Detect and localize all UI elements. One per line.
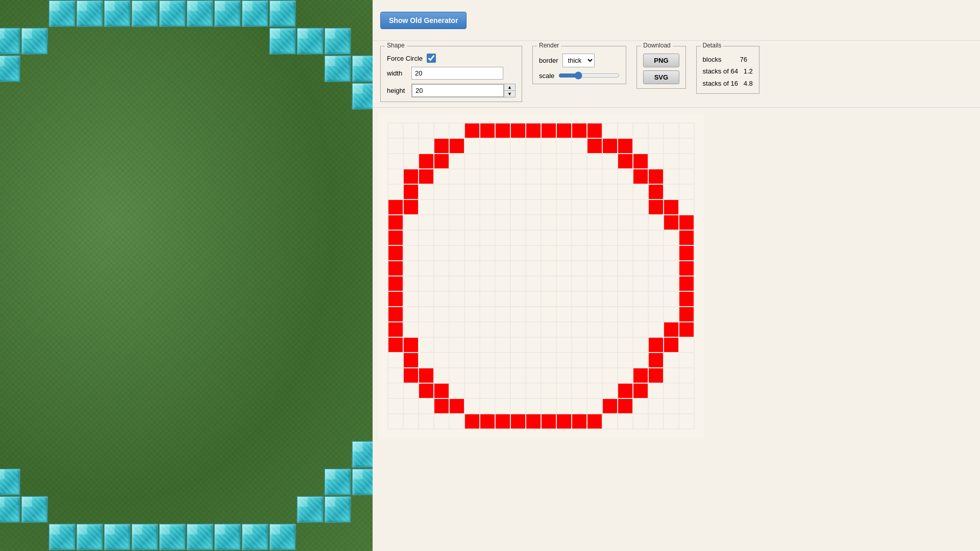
- mc-block: [270, 1, 296, 27]
- shape-group-label: Shape: [385, 42, 407, 49]
- mc-block: [214, 1, 241, 27]
- mc-block: [325, 56, 351, 82]
- minecraft-preview-panel: [0, 0, 373, 551]
- mc-block: [242, 524, 268, 550]
- border-select[interactable]: thin thick none: [562, 54, 595, 67]
- height-row: height ▲ ▼: [387, 84, 516, 97]
- minecraft-circle: [186, 276, 187, 276]
- png-download-button[interactable]: PNG: [643, 54, 679, 67]
- details-group: Details blocks 76 stacks of 64 1.2 stack…: [696, 46, 760, 94]
- render-group-label: Render: [537, 42, 561, 49]
- height-up-arrow[interactable]: ▲: [504, 84, 515, 91]
- mc-block: [104, 524, 131, 550]
- mc-block: [270, 28, 296, 55]
- mc-block: [159, 524, 186, 550]
- mc-block: [0, 56, 20, 82]
- mc-block: [187, 1, 213, 27]
- mc-block: [104, 1, 131, 27]
- blocks-row: blocks 76: [703, 54, 753, 65]
- mc-block: [214, 524, 241, 550]
- scale-label: scale: [539, 72, 554, 80]
- stacks-64-value: 1.2: [744, 67, 753, 75]
- scale-row: scale: [539, 71, 620, 80]
- mc-block: [352, 83, 373, 110]
- controls-area: Shape Force Circle width height ▲ ▼: [373, 41, 980, 108]
- mc-block: [77, 524, 103, 550]
- shape-group: Shape Force Circle width height ▲ ▼: [380, 46, 522, 102]
- mc-block: [49, 524, 76, 550]
- blocks-value: 76: [740, 56, 747, 63]
- mc-block: [159, 1, 186, 27]
- mc-block: [325, 469, 351, 495]
- right-panel: Show Old Generator Shape Force Circle wi…: [373, 0, 980, 551]
- force-circle-row: Force Circle: [387, 54, 516, 63]
- mc-block: [242, 1, 268, 27]
- mc-block: [270, 524, 296, 550]
- mc-block: [325, 28, 351, 55]
- stacks-16-label: stacks of 16: [703, 80, 738, 87]
- height-label: height: [387, 87, 407, 94]
- mc-block: [0, 469, 20, 495]
- pixel-grid-canvas: [378, 113, 704, 439]
- mc-block: [0, 28, 20, 55]
- height-input[interactable]: [412, 84, 504, 97]
- border-row: border thin thick none: [539, 54, 620, 67]
- mc-block: [352, 56, 373, 82]
- render-group: Render border thin thick none scale: [532, 46, 626, 84]
- width-input[interactable]: [411, 67, 503, 80]
- width-label: width: [387, 69, 407, 77]
- download-group-label: Download: [641, 42, 672, 49]
- stacks-64-label: stacks of 64: [703, 67, 738, 75]
- grid-area: [373, 108, 980, 551]
- mc-block: [187, 524, 213, 550]
- show-old-generator-button[interactable]: Show Old Generator: [380, 12, 467, 29]
- height-spinner: ▲ ▼: [411, 84, 516, 97]
- svg-download-button[interactable]: SVG: [643, 70, 679, 84]
- force-circle-label: Force Circle: [387, 55, 423, 62]
- stacks-64-row: stacks of 64 1.2: [703, 65, 753, 77]
- border-label: border: [539, 57, 558, 64]
- mc-block: [352, 441, 373, 468]
- mc-block: [21, 28, 48, 55]
- details-group-label: Details: [701, 42, 724, 49]
- mc-block: [21, 496, 48, 523]
- mc-block: [325, 496, 351, 523]
- mc-block: [297, 496, 324, 523]
- force-circle-checkbox[interactable]: [427, 54, 436, 63]
- mc-block: [132, 1, 158, 27]
- mc-block: [132, 524, 158, 550]
- mc-block: [0, 496, 20, 523]
- width-row: width: [387, 67, 516, 80]
- mc-block: [49, 1, 76, 27]
- top-bar: Show Old Generator: [373, 0, 980, 41]
- mc-block: [77, 1, 103, 27]
- height-down-arrow[interactable]: ▼: [504, 91, 515, 97]
- download-buttons: PNG SVG: [643, 54, 679, 84]
- stacks-16-value: 4.8: [744, 80, 753, 87]
- mc-block: [352, 469, 373, 495]
- stacks-16-row: stacks of 16 4.8: [703, 78, 753, 89]
- mc-block: [297, 28, 324, 55]
- download-group: Download PNG SVG: [636, 46, 685, 89]
- blocks-label: blocks: [703, 56, 722, 63]
- details-content: blocks 76 stacks of 64 1.2 stacks of 16 …: [703, 54, 753, 89]
- scale-slider[interactable]: [558, 71, 620, 80]
- height-spinner-arrows: ▲ ▼: [504, 84, 515, 97]
